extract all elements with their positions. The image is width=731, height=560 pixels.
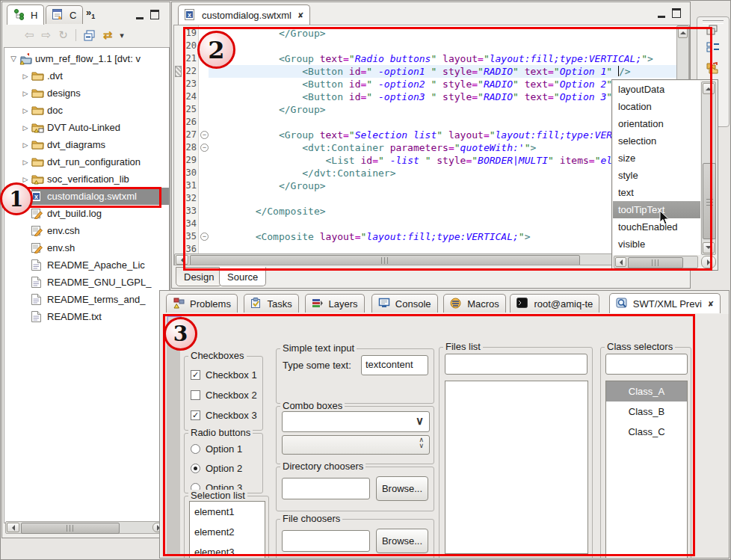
checkbox-icon[interactable]: ✓: [191, 370, 200, 380]
code-line-31[interactable]: </Group>: [209, 179, 326, 192]
scroll-thumb[interactable]: [21, 523, 120, 534]
code-line-25[interactable]: </Group>: [209, 103, 326, 116]
collapse-arrow-icon[interactable]: ▷: [19, 176, 31, 183]
popup-vscrollbar[interactable]: [701, 81, 716, 255]
scroll-right-icon[interactable]: [701, 256, 716, 268]
text-input[interactable]: textcontent: [361, 355, 428, 375]
tree-item-uvm-ref-flow-1.1-dvt-v[interactable]: ▽uvm_ref_flow_1.1 [dvt: v: [4, 50, 169, 67]
code-line-29[interactable]: <List id=" -list " style="BORDER|MULTI" …: [209, 154, 647, 167]
tree-item-dvt-diagrams[interactable]: ▷dvt_diagrams: [4, 136, 169, 153]
scroll-thumb[interactable]: [703, 163, 716, 239]
scroll-up-icon[interactable]: [703, 83, 715, 94]
autocomplete-item-layoutdata[interactable]: layoutData: [613, 81, 700, 98]
autocomplete-popup[interactable]: layoutDatalocationorientationselectionsi…: [611, 79, 718, 271]
expand-arrow-icon[interactable]: ▽: [7, 55, 19, 63]
explorer-hscrollbar[interactable]: [5, 521, 167, 534]
list-item-element3[interactable]: element3: [190, 542, 265, 558]
tree-item-designs[interactable]: ▷designs: [4, 84, 169, 102]
fold-collapse-icon[interactable]: −: [200, 233, 209, 241]
forward-icon[interactable]: ⇨: [42, 28, 52, 42]
tree-item-dvt-run-configuration[interactable]: ▷dvt_run_configuration: [4, 153, 169, 170]
minimize-icon[interactable]: [658, 9, 665, 18]
view-tab-tasks[interactable]: Tasks: [244, 294, 299, 313]
drag-handle[interactable]: [703, 20, 724, 24]
explorer-view-tab-c[interactable]: C: [46, 5, 83, 24]
tree-item-readme-apache-lic[interactable]: README_Apache_Lic: [4, 256, 169, 274]
tree-item-.dvt[interactable]: ▷.dvt: [4, 67, 169, 84]
link-with-editor-icon[interactable]: ⇄: [103, 28, 113, 42]
autocomplete-item-tooltiptext[interactable]: toolTipText: [613, 201, 700, 218]
scroll-up-icon[interactable]: [678, 27, 688, 38]
popup-hscrollbar[interactable]: [614, 256, 698, 268]
maximize-icon[interactable]: [672, 8, 681, 18]
tree-item-readme-terms-and-[interactable]: README_terms_and_: [4, 291, 169, 308]
view-tab-macros[interactable]: Macros: [443, 294, 506, 313]
scroll-thumb[interactable]: [628, 257, 683, 268]
class-listbox[interactable]: Class_AClass_BClass_C: [605, 381, 688, 558]
collapse-arrow-icon[interactable]: ▷: [19, 124, 31, 132]
fold-collapse-icon[interactable]: −: [200, 131, 209, 139]
view-tab-root-amiq-te[interactable]: root@amiq-te: [510, 294, 599, 313]
explorer-window-buttons[interactable]: [136, 10, 159, 19]
mode-tab-design[interactable]: Design: [176, 267, 222, 286]
code-line-27[interactable]: <Group text="Selection list" layout="lay…: [209, 129, 659, 141]
scroll-down-icon[interactable]: [703, 242, 715, 253]
list-item-element2[interactable]: element2: [190, 522, 265, 542]
class-item-class_b[interactable]: Class_B: [606, 401, 687, 422]
directory-input[interactable]: [282, 478, 370, 499]
browse-file-button[interactable]: Browse...: [376, 529, 428, 553]
autocomplete-item-touchenabled[interactable]: touchEnabled: [613, 218, 700, 236]
tree-item-soc-verification-lib[interactable]: ▷soc_verification_lib: [4, 170, 169, 188]
explorer-overflow-badge[interactable]: »1: [86, 7, 95, 20]
radio-icon[interactable]: [191, 464, 200, 473]
chevron-down-icon[interactable]: ∨: [416, 414, 424, 428]
collapse-arrow-icon[interactable]: ▷: [19, 159, 31, 166]
close-icon[interactable]: ✘: [297, 11, 303, 19]
collapse-arrow-icon[interactable]: ▷: [19, 141, 31, 149]
view-tab-problems[interactable]: Problems: [166, 294, 238, 313]
scroll-thumb[interactable]: [190, 255, 580, 265]
checkbox-2[interactable]: Checkbox 2: [191, 387, 257, 402]
tree-item-env.csh[interactable]: env.csh: [4, 222, 169, 239]
navigate-up-icon[interactable]: ↻: [58, 28, 68, 42]
checkbox-icon[interactable]: ✓: [191, 410, 200, 420]
list-item-element1[interactable]: element1: [190, 502, 265, 522]
project-tree[interactable]: ▽uvm_ref_flow_1.1 [dvt: v▷.dvt▷designs▷d…: [4, 47, 170, 523]
mode-tab-source[interactable]: Source: [219, 267, 266, 286]
view-tab-layers[interactable]: Layers: [305, 294, 365, 313]
maximize-icon[interactable]: [150, 10, 159, 19]
radio-option-2[interactable]: Option 2: [191, 461, 242, 476]
file-input[interactable]: [282, 530, 370, 552]
code-line-33[interactable]: </Composite>: [209, 205, 326, 218]
linked-folders-icon[interactable]: [706, 61, 721, 74]
collapse-all-icon[interactable]: [84, 30, 96, 41]
scroll-left-icon[interactable]: [7, 523, 19, 532]
class-item-class_c[interactable]: Class_C: [606, 422, 687, 442]
tree-item-readme.txt[interactable]: README.txt: [4, 308, 169, 325]
autocomplete-item-text[interactable]: text: [613, 184, 700, 201]
autocomplete-item-size[interactable]: size: [613, 150, 700, 167]
code-line-30[interactable]: </dvt:Container>: [209, 167, 395, 179]
tree-item-dvt-auto-linked[interactable]: ▷DVT Auto-Linked: [4, 119, 169, 136]
code-line-23[interactable]: <Button id=" -option2 " style="RADIO" te…: [209, 78, 630, 90]
close-icon[interactable]: ✘: [708, 300, 714, 308]
view-tab-swt-xml-previ[interactable]: SWT/XML Previ✘: [609, 293, 721, 313]
files-listbox[interactable]: [445, 381, 588, 554]
code-line-22[interactable]: <Button id=" -option1 " style="RADIO" te…: [209, 65, 631, 78]
checkbox-icon[interactable]: [191, 390, 200, 400]
radio-icon[interactable]: [191, 444, 200, 454]
tree-item-env.sh[interactable]: env.sh: [4, 239, 169, 256]
minimize-icon[interactable]: [136, 10, 144, 19]
fold-collapse-icon[interactable]: −: [200, 144, 209, 152]
autocomplete-item-location[interactable]: location: [613, 98, 700, 115]
scroll-left-icon[interactable]: [176, 255, 188, 265]
selection-listbox[interactable]: element1element2element3: [189, 501, 265, 558]
collapse-arrow-icon[interactable]: ▷: [19, 107, 31, 114]
files-filter-input[interactable]: [445, 354, 587, 375]
back-icon[interactable]: ⇦: [25, 28, 34, 42]
code-line-24[interactable]: <Button id=" -option3 " style="RADIO" te…: [209, 90, 630, 103]
collapse-arrow-icon[interactable]: ▷: [19, 90, 31, 97]
tree-item-readme-gnu-lgpl-[interactable]: README_GNU_LGPL_: [4, 274, 169, 291]
combo-box-readonly[interactable]: ∧∨: [282, 435, 430, 455]
autocomplete-item-orientation[interactable]: orientation: [613, 115, 700, 132]
